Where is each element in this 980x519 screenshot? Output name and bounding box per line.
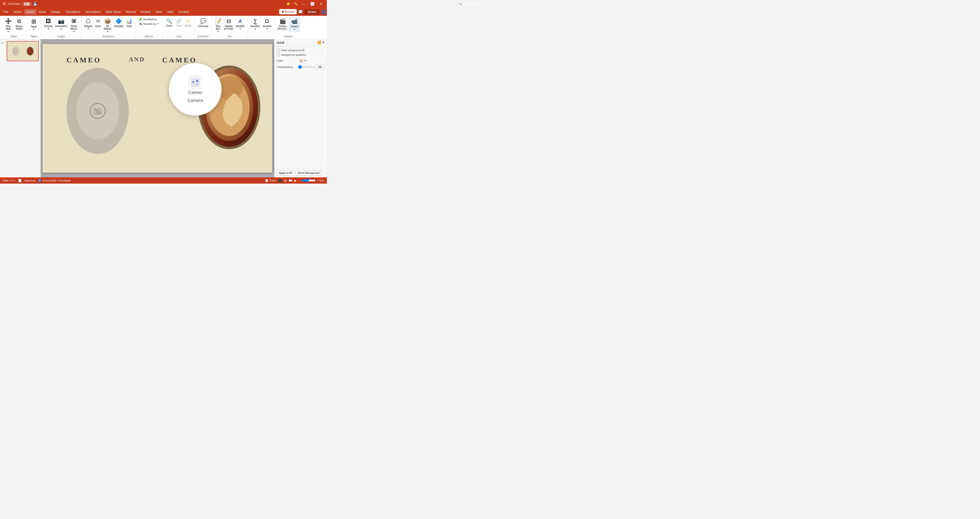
pictures-button[interactable]: 🖼 Pictures ▼ <box>43 17 54 31</box>
profile-icon[interactable]: 👤 <box>321 10 326 14</box>
menu-file[interactable]: File <box>1 9 11 14</box>
zoom-button[interactable]: 🔍 Zoom <box>165 17 174 28</box>
zoom-slider[interactable] <box>301 179 316 183</box>
screen-recording-button[interactable]: 🎬 ScreenRecordi... <box>277 17 289 31</box>
accessibility-icon: ♿ <box>38 179 41 182</box>
chart-button[interactable]: 📊 Chart <box>125 17 133 29</box>
menu-review[interactable]: Review <box>138 9 153 14</box>
reset-background-button[interactable]: Reset Background <box>296 170 321 175</box>
right-panel-body: Hide background fill background graphics… <box>274 46 327 168</box>
title-bar: P AutoSave On 💾 🔍 Search (Alt+Q) ⭐ ✏️ — … <box>0 0 327 8</box>
menu-transitions[interactable]: Transitions <box>63 9 83 14</box>
background-graphics-row: background graphics <box>277 53 325 56</box>
menu-draw[interactable]: Draw <box>37 9 48 14</box>
equation-button[interactable]: ∑ Equation ▼ <box>250 17 261 31</box>
smartart-button[interactable]: 🔷 SmartArt <box>113 17 124 29</box>
pen-icon[interactable]: ✏️ <box>292 2 299 6</box>
table-button[interactable]: ⊞ Table ▼ <box>29 17 39 32</box>
comment-icon[interactable]: 💬 <box>298 10 303 14</box>
menu-help[interactable]: Help <box>165 9 176 14</box>
hide-background-checkbox[interactable] <box>277 49 280 52</box>
slide[interactable]: CAMEO AND CAMEO <box>43 44 272 173</box>
transparency-slider[interactable] <box>298 65 315 69</box>
icons-button[interactable]: ♾ Icons <box>94 17 102 29</box>
slide-panel: 1 <box>0 39 41 178</box>
restore-button[interactable]: ⬜ <box>308 2 317 6</box>
ribbon-group-slides: ➕ NewSlide ▼ ⧉ ReuseSlides Slides <box>1 17 27 38</box>
panel-collapse-icon[interactable]: 🔼 <box>318 41 321 44</box>
notes-button[interactable]: 📝 Notes <box>265 179 276 182</box>
symbols-button[interactable]: Ω Symbols ▼ <box>261 17 272 31</box>
minimize-button[interactable]: — <box>299 2 307 6</box>
camera-popup-item[interactable]: Camera <box>188 98 203 103</box>
menu-design[interactable]: Design <box>49 9 63 14</box>
share-button[interactable]: Share <box>304 10 320 14</box>
menu-animations[interactable]: Animations <box>83 9 103 14</box>
menu-home[interactable]: Home <box>11 9 24 14</box>
designer-icon[interactable]: ⭐ <box>285 2 292 6</box>
textbox-button[interactable]: 📝 TextBox ▼ <box>213 17 223 34</box>
view-slideshow-icon[interactable]: ▶ <box>294 179 297 183</box>
slide-thumbnail[interactable] <box>7 41 39 61</box>
view-slide-sorter-icon[interactable]: ⊞ <box>284 179 286 183</box>
autosave-label: AutoSave <box>8 2 21 5</box>
zoom-in-button[interactable]: + <box>317 179 318 182</box>
zoom-out-button[interactable]: − <box>299 179 300 182</box>
menu-record[interactable]: Record <box>123 9 138 14</box>
color-dropdown-arrow[interactable]: ▼ <box>305 60 307 62</box>
wordart-button[interactable]: A WordArt ▼ <box>235 17 245 31</box>
apply-to-all-button[interactable]: Apply to All <box>277 170 294 175</box>
screenshot-button[interactable]: 📷 Screenshot ▼ <box>54 17 68 31</box>
cameo-button[interactable]: 📹 Cameo ▼ <box>289 17 300 32</box>
accessibility-label: ♿ Accessibility: Investigate <box>38 179 71 182</box>
view-normal-icon[interactable]: ⬛ <box>278 179 282 183</box>
shapes-button[interactable]: ⬠ Shapes ▼ <box>83 17 93 31</box>
notes-label: Notes <box>269 179 276 182</box>
autosave-toggle[interactable]: On <box>22 2 32 6</box>
zoom-control: − + 80% <box>299 179 325 183</box>
menu-slideshow[interactable]: Slide Show <box>103 9 123 14</box>
new-slide-button[interactable]: ➕ NewSlide ▼ <box>3 17 13 34</box>
view-reading-icon[interactable]: 📖 <box>288 179 293 183</box>
transparency-value-input[interactable]: 0% <box>316 65 325 69</box>
photo-album-button[interactable]: 🗷 PhotoAlbum ▼ <box>68 17 79 34</box>
get-addins-button[interactable]: 🧩Get Add-ins <box>137 17 160 21</box>
menu-acrobat[interactable]: Acrobat <box>176 9 191 14</box>
ribbon-group-addins: 🧩Get Add-ins 🔌My Add-ins▼ Add-ins <box>135 17 162 38</box>
link-button[interactable]: 🔗 Link <box>175 17 183 28</box>
background-graphics-checkbox[interactable] <box>277 53 280 56</box>
hide-background-row: Hide background fill <box>277 49 325 52</box>
cameo-popup-item[interactable]: P Cameo <box>188 76 202 95</box>
right-panel-footer: Apply to All Reset Background <box>274 168 327 178</box>
reuse-slides-button[interactable]: ⧉ ReuseSlides <box>14 17 24 31</box>
record-label: Record <box>285 10 294 13</box>
comment-button[interactable]: 💬 Comment <box>197 17 209 29</box>
close-button[interactable]: ✕ <box>317 2 325 6</box>
right-panel: ound 🔼 ✕ Hide background fill background… <box>274 39 327 178</box>
3d-models-button[interactable]: 📦 3DModels ▼ <box>103 17 113 34</box>
svg-text:P: P <box>192 80 194 84</box>
color-picker-icon: 🎨 <box>300 60 303 62</box>
menu-view[interactable]: View <box>153 9 165 14</box>
cameo-placeholder[interactable] <box>67 68 129 154</box>
ribbon-group-text: 📝 TextBox ▼ ⊟ Header& Footer A WordArt ▼… <box>211 17 248 38</box>
color-picker-button[interactable]: 🎨 <box>298 59 304 63</box>
color-row: Color 🎨 ▼ <box>277 59 325 63</box>
my-addins-button[interactable]: 🔌My Add-ins▼ <box>137 22 160 26</box>
background-graphics-label: background graphics <box>282 53 306 56</box>
ribbon-group-illustrations: ⬠ Shapes ▼ ♾ Icons 📦 3DModels ▼ 🔷 SmartA… <box>81 17 136 38</box>
action-button[interactable]: ⚡ Action <box>184 17 193 28</box>
ribbon: ➕ NewSlide ▼ ⧉ ReuseSlides Slides ⊞ Tabl… <box>0 16 327 39</box>
autosave-state: On <box>24 3 29 5</box>
ribbon-group-tables: ⊞ Table ▼ Tables <box>27 17 41 38</box>
svg-point-8 <box>196 80 198 82</box>
panel-close-icon[interactable]: ✕ <box>322 41 325 44</box>
header-footer-button[interactable]: ⊟ Header& Footer <box>223 17 234 31</box>
main-area: 1 CAMEO AND CAMEO <box>0 39 327 178</box>
hide-background-label: Hide background fill <box>282 49 305 52</box>
save-icon[interactable]: 💾 <box>33 2 37 6</box>
menu-insert[interactable]: Insert <box>24 9 37 14</box>
camera-popup-label: Camera <box>188 98 203 103</box>
app-icon: P <box>2 2 7 6</box>
record-button[interactable]: Record <box>279 9 297 14</box>
